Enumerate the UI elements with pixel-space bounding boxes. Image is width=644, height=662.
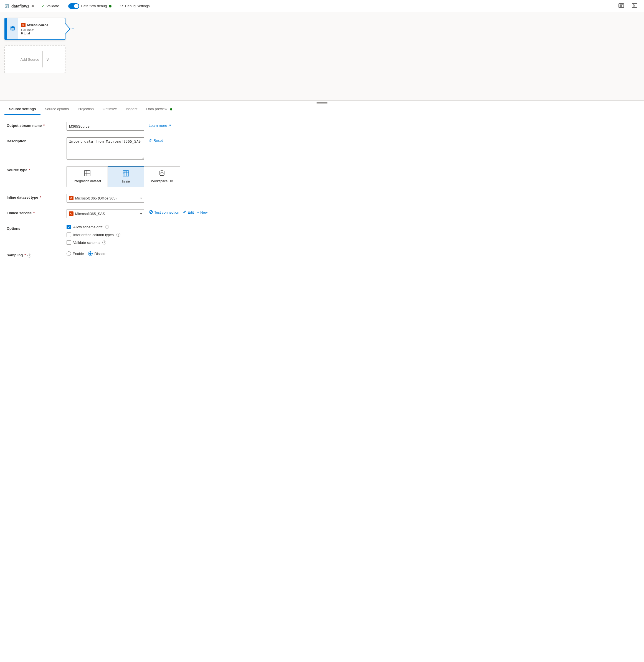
node-add-button[interactable]: + [71, 26, 74, 32]
plus-icon: + [197, 210, 200, 215]
linked-service-controls: O Microsoft365_SAS ▾ Test connection [67, 209, 637, 218]
validate-schema-info-icon[interactable]: i [102, 241, 106, 244]
tab-data-preview[interactable]: Data preview [142, 104, 177, 115]
workspace-db-icon [159, 170, 165, 178]
test-connection-button[interactable]: Test connection [149, 210, 179, 215]
code-icon-button[interactable]: {} [629, 2, 640, 10]
sampling-disable-radio-inner [89, 252, 92, 255]
data-preview-dot [170, 108, 172, 110]
bottom-panel: Source settings Source options Projectio… [0, 101, 644, 271]
output-stream-name-controls: Learn more ↗ [67, 122, 637, 131]
chevron-down-icon: ▾ [140, 197, 142, 200]
edit-label: Edit [187, 210, 193, 215]
tab-source-settings[interactable]: Source settings [4, 104, 41, 115]
sampling-disable-option[interactable]: Disable [88, 251, 106, 256]
source-type-workspace-db[interactable]: Workspace DB [144, 167, 180, 187]
node-stream-icon [9, 25, 16, 33]
infer-drifted-checkbox[interactable] [67, 233, 71, 237]
dataflow-icon: 🔄 [4, 4, 9, 8]
test-connection-icon [149, 210, 153, 215]
output-stream-name-row: Output stream name * Learn more ↗ [7, 122, 637, 131]
svg-line-19 [125, 172, 127, 174]
sampling-enable-label: Enable [73, 252, 84, 256]
sampling-required: * [24, 253, 26, 257]
canvas-area: O M365Source Columns: 0 total + Add Sour… [0, 12, 644, 101]
description-input[interactable]: Import data from Microsoft365_SAS [67, 137, 144, 159]
svg-rect-8 [85, 170, 90, 176]
new-linked-service-button[interactable]: + New [197, 210, 208, 215]
validate-schema-checkbox[interactable] [67, 240, 71, 245]
inline-dataset-type-dropdown[interactable]: O Microsoft 365 (Office 365) ▾ [67, 194, 144, 202]
svg-line-22 [125, 171, 127, 172]
learn-more-link[interactable]: Learn more ↗ [149, 122, 171, 128]
source-type-group: Integration dataset [67, 166, 180, 187]
tab-source-options[interactable]: Source options [41, 104, 73, 115]
allow-schema-drift-label: Allow schema drift [73, 225, 102, 229]
add-source-label: Add Source [21, 58, 43, 62]
linked-service-actions: Test connection Edit + New [149, 209, 207, 215]
sampling-radio-group: Enable Disable [67, 251, 107, 256]
output-stream-name-label: Output stream name * [7, 122, 62, 128]
source-type-required-star: * [29, 168, 30, 172]
sampling-enable-option[interactable]: Enable [67, 251, 84, 256]
source-type-integration-dataset[interactable]: Integration dataset [67, 167, 108, 187]
debug-settings-label: Debug Settings [125, 4, 150, 8]
top-bar: 🔄 dataflow1 ✓ Validate Data flow debug ⟳… [0, 0, 644, 12]
node-subtitle: Columns: [21, 28, 62, 31]
allow-schema-drift-row: Allow schema drift i [67, 225, 120, 229]
validate-button[interactable]: ✓ Validate [39, 3, 62, 9]
svg-point-7 [11, 26, 15, 28]
node-content: O M365Source Columns: 0 total [18, 18, 65, 39]
new-label: New [200, 210, 207, 215]
flow-node[interactable]: O M365Source Columns: 0 total [4, 18, 66, 40]
source-type-inline[interactable]: Inline [108, 167, 144, 187]
infer-drifted-info-icon[interactable]: i [116, 233, 120, 237]
integration-dataset-label: Integration dataset [73, 179, 101, 183]
script-icon-button[interactable] [616, 2, 626, 10]
required-star: * [43, 124, 45, 128]
inline-dataset-type-controls: O Microsoft 365 (Office 365) ▾ [67, 194, 637, 202]
reset-button[interactable]: ↺ Reset [149, 137, 163, 142]
node-count: 0 total [21, 31, 62, 35]
svg-line-18 [123, 171, 125, 172]
learn-more-label: Learn more [149, 124, 167, 128]
tab-inspect-label: Inspect [125, 107, 137, 111]
add-source-box[interactable]: Add Source ∨ [4, 45, 66, 73]
source-type-label: Source type * [7, 166, 62, 172]
node-left-bar [5, 18, 7, 39]
tab-optimize[interactable]: Optimize [98, 104, 121, 115]
allow-schema-drift-info-icon[interactable]: i [105, 225, 109, 229]
tab-projection[interactable]: Projection [73, 104, 98, 115]
inline-dataset-type-label: Inline dataset type * [7, 194, 62, 199]
sampling-info-icon[interactable]: i [27, 253, 31, 258]
sampling-controls: Enable Disable [67, 251, 637, 256]
tab-source-options-label: Source options [45, 107, 69, 111]
debug-active-dot [109, 5, 112, 7]
sampling-enable-radio[interactable] [67, 251, 71, 256]
debug-toggle-switch[interactable] [68, 3, 79, 9]
workspace-db-label: Workspace DB [151, 179, 173, 183]
tab-source-settings-label: Source settings [9, 107, 36, 111]
m365-badge: O [21, 23, 25, 27]
inline-label: Inline [122, 179, 130, 183]
tab-inspect[interactable]: Inspect [121, 104, 142, 115]
description-controls: Import data from Microsoft365_SAS ↺ Rese… [67, 137, 637, 159]
sampling-disable-radio[interactable] [88, 251, 93, 256]
node-header: O M365Source [21, 23, 62, 27]
linked-service-office-icon: O [69, 212, 73, 216]
options-label: Options [7, 225, 62, 230]
node-title: M365Source [27, 23, 48, 27]
debug-toggle[interactable]: Data flow debug [66, 2, 114, 10]
edit-button[interactable]: Edit [183, 210, 193, 215]
app-title-text: dataflow1 [12, 4, 29, 8]
linked-service-label: Linked service * [7, 209, 62, 215]
inline-dataset-type-required: * [40, 195, 41, 199]
allow-schema-drift-checkbox[interactable] [67, 225, 71, 229]
linked-service-value: Microsoft365_SAS [75, 212, 105, 216]
debug-settings-button[interactable]: ⟳ Debug Settings [118, 3, 152, 9]
linked-service-dropdown[interactable]: O Microsoft365_SAS ▾ [67, 209, 144, 218]
output-stream-name-input[interactable] [67, 122, 144, 131]
integration-dataset-icon [84, 170, 90, 178]
inline-icon [123, 170, 129, 178]
toolbar-right: {} [616, 2, 640, 10]
